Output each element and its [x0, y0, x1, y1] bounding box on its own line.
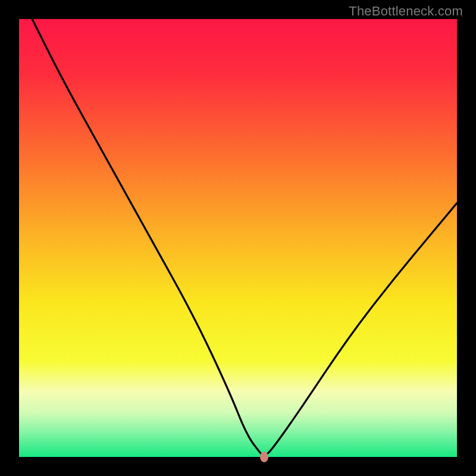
chart-frame	[19, 19, 457, 457]
marker-dot	[260, 452, 268, 462]
watermark-text: TheBottleneck.com	[349, 4, 463, 19]
bottleneck-curve	[19, 19, 457, 457]
